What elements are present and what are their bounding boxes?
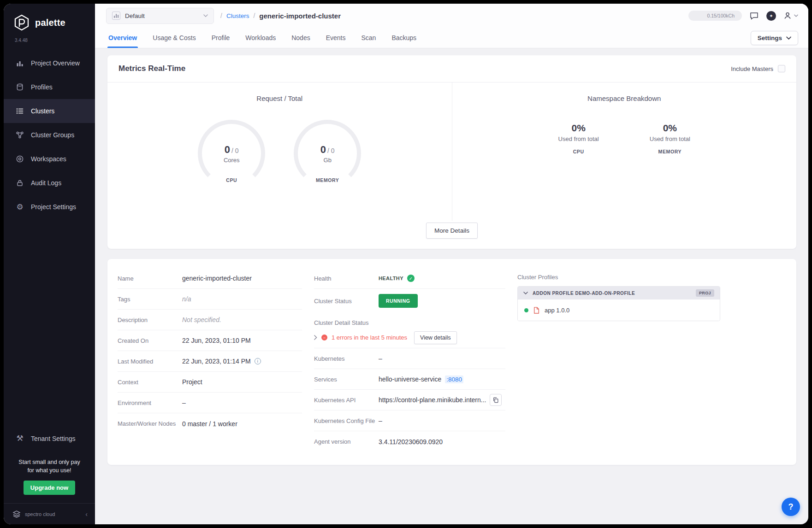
request-total-title: Request / Total bbox=[117, 94, 443, 102]
content: Metrics Real-Time Include Masters Reques… bbox=[95, 48, 808, 524]
usage-quota-pill: 0.15/100kCh bbox=[688, 11, 742, 21]
cluster-info-column: Name generic-imported-cluster Tags n/a D… bbox=[118, 268, 302, 452]
row-value: Project bbox=[182, 378, 202, 386]
sidebar-item-project-settings[interactable]: ⚙ Project Settings bbox=[4, 195, 95, 219]
sidebar-item-tenant-settings[interactable]: ⚒ Tenant Settings bbox=[4, 427, 95, 451]
profiles-icon bbox=[15, 82, 24, 92]
cluster-settings-button[interactable]: Settings bbox=[751, 31, 798, 45]
copy-icon[interactable] bbox=[490, 394, 502, 406]
manifest-file-icon bbox=[533, 307, 539, 314]
sidebar: palette 3.4.48 Project Overview Profiles bbox=[4, 4, 95, 524]
sidebar-item-audit-logs[interactable]: Audit Logs bbox=[4, 171, 95, 195]
tab-usage-costs[interactable]: Usage & Costs bbox=[152, 28, 196, 48]
proj-scope-badge: PROJ bbox=[696, 289, 714, 297]
include-masters-checkbox[interactable] bbox=[778, 65, 785, 72]
tab-nodes[interactable]: Nodes bbox=[290, 28, 311, 48]
row-value: 3.4.11/20230609.0920 bbox=[379, 438, 443, 446]
addon-profile-header[interactable]: ADDON PROFILE DEMO-ADD-ON-PROFILE PROJ bbox=[518, 287, 720, 299]
view-details-button[interactable]: View details bbox=[414, 331, 456, 344]
row-value: Not specified. bbox=[182, 316, 221, 323]
more-details-button[interactable]: More Details bbox=[426, 223, 478, 239]
chevron-right-icon[interactable] bbox=[314, 335, 317, 340]
version-label: 3.4.48 bbox=[4, 34, 95, 51]
sidebar-item-project-overview[interactable]: Project Overview bbox=[4, 51, 95, 75]
sidebar-item-profiles[interactable]: Profiles bbox=[4, 75, 95, 99]
sidebar-item-label: Workspaces bbox=[31, 155, 66, 163]
service-port-link[interactable]: :8080 bbox=[445, 375, 463, 383]
tab-bar: Overview Usage & Costs Profile Workloads… bbox=[95, 28, 808, 48]
spectro-cloud-label: spectro cloud bbox=[25, 511, 82, 517]
cluster-details-card: Name generic-imported-cluster Tags n/a D… bbox=[107, 259, 796, 465]
metrics-body: Request / Total 0/ 0 Cores CPU 0/ 0 Gb M… bbox=[107, 82, 796, 221]
pack-name-version: app 1.0.0 bbox=[545, 307, 569, 314]
last-modified-value: 22 Jun, 2023, 01:14 PM bbox=[182, 358, 251, 365]
memory-gauge-unit: Gb bbox=[324, 157, 332, 164]
chevron-down-icon bbox=[794, 14, 798, 17]
health-value: HEALTHY ✓ bbox=[379, 275, 415, 282]
namespace-stats: 0% Used from total CPU 0% Used from tota… bbox=[462, 123, 788, 154]
tab-backups[interactable]: Backups bbox=[391, 28, 417, 48]
tab-scan[interactable]: Scan bbox=[361, 28, 377, 48]
breadcrumb-current: generic-imported-cluster bbox=[259, 12, 341, 20]
tab-overview[interactable]: Overview bbox=[107, 28, 138, 48]
sidebar-item-label: Audit Logs bbox=[31, 179, 61, 187]
kubernetes-row: Kubernetes – bbox=[314, 348, 505, 369]
namespace-breakdown-title: Namespace Breakdown bbox=[462, 94, 788, 102]
pack-status-dot bbox=[524, 308, 528, 312]
row-label: Description bbox=[118, 317, 182, 323]
user-menu-button[interactable] bbox=[783, 12, 798, 20]
settings-button-label: Settings bbox=[758, 35, 782, 41]
row-label: Cluster Status bbox=[314, 298, 379, 305]
namespace-breakdown-panel: Namespace Breakdown 0% Used from total C… bbox=[452, 82, 797, 221]
sidebar-item-label: Cluster Groups bbox=[31, 131, 74, 139]
gear-icon: ⚙ bbox=[15, 202, 24, 211]
sidebar-footer: spectro cloud ‹ bbox=[4, 503, 95, 524]
chat-icon[interactable] bbox=[749, 12, 759, 20]
info-icon[interactable]: i bbox=[255, 358, 261, 364]
memory-percent: 0% bbox=[650, 123, 690, 134]
row-label: Kubernetes bbox=[314, 355, 379, 362]
sidebar-item-workspaces[interactable]: Workspaces bbox=[4, 147, 95, 171]
sidebar-item-clusters[interactable]: Clusters bbox=[4, 99, 95, 123]
sidebar-item-label: Project Overview bbox=[31, 59, 80, 67]
sidebar-item-label: Clusters bbox=[31, 107, 54, 115]
row-label: Environment bbox=[118, 399, 182, 406]
row-value: 22 Jun, 2023, 01:10 PM bbox=[182, 337, 251, 344]
breadcrumb-clusters-link[interactable]: Clusters bbox=[226, 12, 249, 19]
cluster-profiles-title: Cluster Profiles bbox=[517, 268, 785, 286]
row-label: Tags bbox=[118, 296, 182, 303]
profile-pack-item[interactable]: app 1.0.0 bbox=[518, 299, 720, 321]
tab-workloads[interactable]: Workloads bbox=[244, 28, 277, 48]
row-label: Health bbox=[314, 275, 379, 282]
running-status-badge: RUNNING bbox=[379, 294, 418, 308]
cluster-status-column: Health HEALTHY ✓ Cluster Status RUNNING … bbox=[314, 268, 505, 452]
project-selector[interactable]: Default bbox=[106, 8, 214, 24]
help-button[interactable]: ? bbox=[782, 498, 800, 516]
api-url: https://control-plane.minikube.intern... bbox=[379, 396, 486, 404]
include-masters-label: Include Masters bbox=[731, 65, 773, 72]
upgrade-now-button[interactable]: Upgrade now bbox=[24, 481, 75, 495]
kubernetes-config-row: Kubernetes Config File – bbox=[314, 411, 505, 431]
sidebar-item-label: Project Settings bbox=[31, 203, 76, 211]
metrics-footer: More Details bbox=[107, 221, 796, 249]
row-value: 22 Jun, 2023, 01:14 PM i bbox=[182, 358, 261, 365]
spectro-cloud-logo-icon bbox=[12, 510, 21, 518]
whats-new-icon[interactable]: ✦ bbox=[766, 11, 776, 21]
topbar: Default / Clusters / generic-imported-cl… bbox=[95, 4, 808, 28]
sidebar-collapse-button[interactable]: ‹ bbox=[85, 510, 88, 518]
info-row-master-worker: Master/Worker Nodes 0 master / 1 worker bbox=[118, 413, 302, 434]
row-label: Context bbox=[118, 379, 182, 386]
memory-gauge-total: / 0 bbox=[327, 147, 335, 154]
tab-profile[interactable]: Profile bbox=[211, 28, 231, 48]
memory-gauge-caption: MEMORY bbox=[298, 177, 357, 183]
promo-line: Start small and only pay bbox=[12, 458, 87, 466]
cluster-detail-status-label: Cluster Detail Status bbox=[314, 319, 505, 326]
tabs: Overview Usage & Costs Profile Workloads… bbox=[107, 28, 417, 48]
breadcrumb: / Clusters / generic-imported-cluster bbox=[220, 12, 341, 20]
tab-events[interactable]: Events bbox=[325, 28, 347, 48]
sidebar-item-cluster-groups[interactable]: Cluster Groups bbox=[4, 123, 95, 147]
cpu-gauge-value: 0 bbox=[225, 144, 230, 155]
namespace-cpu-stat: 0% Used from total CPU bbox=[558, 123, 599, 154]
upgrade-promo-text: Start small and only pay for what you us… bbox=[4, 451, 95, 475]
workspaces-icon bbox=[15, 154, 24, 164]
